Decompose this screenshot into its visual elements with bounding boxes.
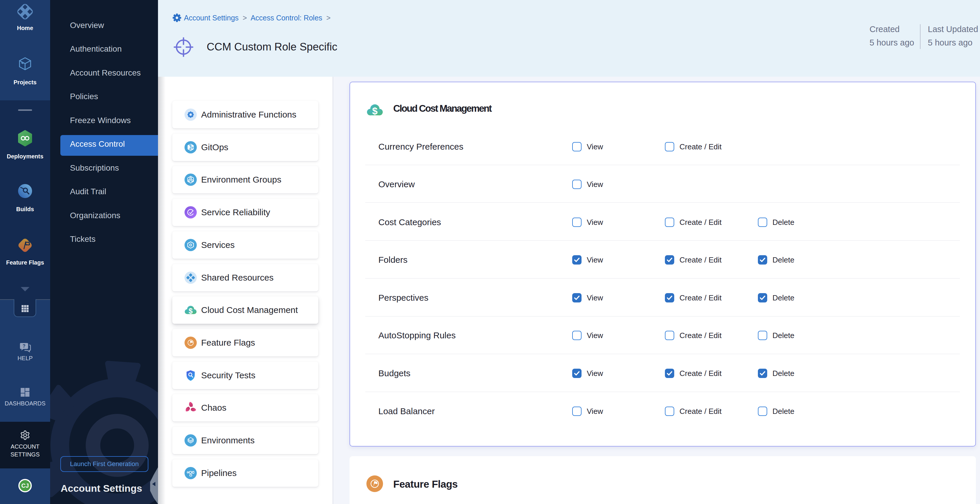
svg-text:$: $ [189,307,192,315]
svg-text:$: $ [372,105,378,116]
svg-text:?: ? [23,344,25,349]
